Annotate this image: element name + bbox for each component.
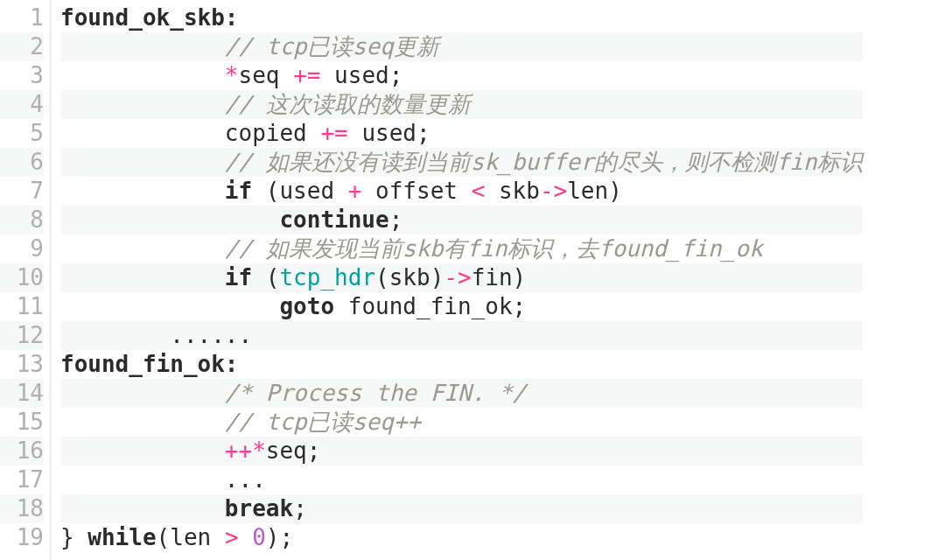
indent (60, 178, 225, 204)
line-number: 12 (0, 321, 44, 350)
code-line[interactable]: continue; (60, 206, 863, 234)
token: tcp_hdr (279, 264, 375, 290)
token: len) (567, 178, 622, 204)
token: found_fin_ok: (60, 351, 239, 377)
code-line[interactable]: /* Process the FIN. */ (60, 379, 863, 408)
token: seq (239, 62, 294, 88)
token: * (225, 62, 239, 88)
indent (60, 264, 225, 290)
code-line[interactable]: found_fin_ok: (60, 350, 863, 379)
token: goto (279, 293, 334, 319)
indent (60, 91, 225, 117)
indent (60, 438, 225, 464)
indent (60, 322, 170, 348)
token: found_fin_ok; (334, 293, 526, 319)
code-line[interactable]: // tcp已读seq更新 (60, 32, 863, 61)
token: // tcp已读seq更新 (225, 33, 439, 60)
line-number: 16 (0, 437, 44, 466)
line-number: 10 (0, 263, 44, 292)
line-number: 11 (0, 292, 44, 321)
line-number: 5 (0, 119, 44, 148)
token: ; (389, 206, 403, 233)
indent (60, 62, 225, 88)
line-number: 3 (0, 61, 44, 90)
token: found_ok_skb: (60, 4, 239, 31)
token: if (225, 264, 252, 290)
code-line[interactable]: if (tcp_hdr(skb)->fin) (60, 263, 863, 292)
token: while (88, 524, 156, 550)
indent (60, 293, 279, 319)
token: copied (225, 120, 321, 146)
code-line[interactable]: // 如果发现当前skb有fin标识，去found_fin_ok (60, 234, 863, 263)
token: used; (320, 62, 402, 88)
indent (60, 466, 225, 493)
code-area[interactable]: found_ok_skb: // tcp已读seq更新 *seq += used… (52, 0, 863, 560)
token: -> (540, 178, 567, 204)
indent (60, 235, 225, 262)
line-number: 15 (0, 408, 44, 437)
indent (60, 149, 225, 175)
token: ...... (170, 322, 252, 348)
token: > (225, 524, 239, 550)
token: (skb) (375, 264, 444, 290)
indent (60, 120, 225, 146)
code-line[interactable]: break; (60, 494, 863, 523)
token: fin) (472, 264, 527, 290)
token (239, 524, 253, 550)
token: skb (485, 178, 540, 204)
indent (60, 409, 225, 435)
code-line[interactable]: // 这次读取的数量更新 (60, 90, 863, 119)
token: seq; (266, 438, 321, 464)
token: // 这次读取的数量更新 (225, 91, 471, 117)
token: /* Process the FIN. */ (225, 380, 526, 406)
line-number: 7 (0, 177, 44, 206)
token: // 如果发现当前skb有fin标识，去found_fin_ok (225, 235, 763, 262)
token: offset (361, 178, 471, 204)
token: += (293, 62, 320, 88)
indent (60, 206, 279, 233)
line-number: 6 (0, 148, 44, 177)
token: } (60, 524, 88, 550)
line-number: 17 (0, 466, 44, 494)
token: continue (279, 206, 388, 233)
line-number-gutter: 12345678910111213141516171819 (0, 0, 52, 560)
token: if (225, 178, 252, 204)
code-line[interactable]: ... (60, 466, 863, 494)
code-line[interactable]: goto found_fin_ok; (60, 292, 863, 321)
line-number: 18 (0, 494, 44, 523)
line-number: 1 (0, 4, 44, 32)
token: ... (225, 466, 266, 493)
code-line[interactable]: // tcp已读seq++ (60, 408, 863, 437)
token: 0 (252, 524, 266, 550)
line-number: 2 (0, 32, 44, 61)
code-line[interactable]: ++*seq; (60, 437, 863, 466)
token: + (348, 178, 362, 204)
line-number: 9 (0, 234, 44, 263)
code-line[interactable]: } while(len > 0); (60, 523, 863, 552)
token: (len (157, 524, 225, 550)
line-number: 19 (0, 523, 44, 552)
token: ); (266, 524, 293, 550)
code-line[interactable]: found_ok_skb: (60, 4, 863, 32)
token: used; (348, 120, 430, 146)
line-number: 13 (0, 350, 44, 379)
token: ( (252, 264, 279, 290)
code-line[interactable]: if (used + offset < skb->len) (60, 177, 863, 206)
token: ++* (225, 438, 266, 464)
token: -> (444, 264, 471, 290)
code-line[interactable]: copied += used; (60, 119, 863, 148)
code-line[interactable]: *seq += used; (60, 61, 863, 90)
code-line[interactable]: ...... (60, 321, 863, 350)
line-number: 8 (0, 206, 44, 234)
token: < (472, 178, 486, 204)
code-editor: 12345678910111213141516171819 found_ok_s… (0, 0, 945, 560)
token: // tcp已读seq++ (225, 409, 421, 435)
indent (60, 33, 225, 60)
token: (used (252, 178, 348, 204)
indent (60, 495, 225, 522)
line-number: 4 (0, 90, 44, 119)
token: ; (293, 495, 307, 522)
code-line[interactable]: // 如果还没有读到当前sk_buffer的尽头，则不检测fin标识 (60, 148, 863, 177)
token: += (320, 120, 347, 146)
token: break (225, 495, 293, 522)
